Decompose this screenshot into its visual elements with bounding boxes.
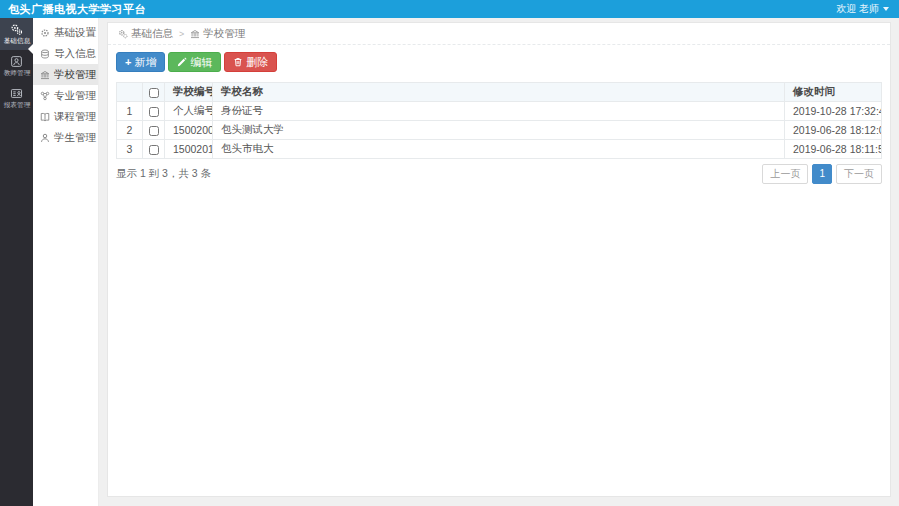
table-toolbar: + 新增 编辑 删除 <box>108 45 890 80</box>
submenu-item-basic-settings[interactable]: 基础设置 <box>33 22 98 43</box>
row-checkbox[interactable] <box>149 107 159 117</box>
select-all-checkbox[interactable] <box>149 88 159 98</box>
student-icon <box>40 133 50 143</box>
row-checkbox-cell <box>143 140 165 159</box>
row-checkbox-cell <box>143 121 165 140</box>
school-name-cell: 包头市电大 <box>213 140 785 159</box>
school-icon <box>40 70 50 80</box>
submenu-item-label: 学生管理 <box>54 131 96 145</box>
row-checkbox[interactable] <box>149 126 159 136</box>
school-name-cell: 包头测试大学 <box>213 121 785 140</box>
pagination: 上一页 1 下一页 <box>758 164 882 184</box>
modified-time-cell: 2019-06-28 18:11:57 <box>785 140 882 159</box>
add-button[interactable]: + 新增 <box>116 52 165 72</box>
submenu-item-major-management[interactable]: 专业管理 <box>33 85 98 106</box>
header-school-code: 学校编号 <box>165 83 213 102</box>
submenu-item-student-management[interactable]: 学生管理 <box>33 127 98 148</box>
table-row[interactable]: 1 个人编号 身份证号 2019-10-28 17:32:48 <box>117 102 882 121</box>
report-icon <box>10 87 23 100</box>
table-header-row: 学校编号 学校名称 修改时间 <box>117 83 882 102</box>
main-sidebar: 基础信息 教师管理 报表管理 <box>0 18 33 506</box>
school-code-cell: 1500200 <box>165 121 213 140</box>
row-number: 3 <box>117 140 143 159</box>
school-code-cell: 1500201 <box>165 140 213 159</box>
school-icon <box>190 29 200 39</box>
table-row[interactable]: 2 1500200 包头测试大学 2019-06-28 18:12:04 <box>117 121 882 140</box>
breadcrumb-basic-info[interactable]: 基础信息 <box>131 27 173 41</box>
sidebar-item-label: 教师管理 <box>3 69 30 77</box>
chevron-down-icon <box>883 7 889 11</box>
sidebar-item-label: 报表管理 <box>3 101 30 109</box>
school-name-cell: 身份证号 <box>213 102 785 121</box>
edit-button-label: 编辑 <box>190 56 212 68</box>
app-title: 包头广播电视大学学习平台 <box>8 2 146 17</box>
sidebar-item-teachers[interactable]: 教师管理 <box>0 50 33 82</box>
app-window: 包头广播电视大学学习平台 欢迎 老师 基础信息 教师管理 <box>0 0 899 506</box>
row-number: 1 <box>117 102 143 121</box>
course-icon <box>40 112 50 122</box>
sidebar-item-reports[interactable]: 报表管理 <box>0 82 33 114</box>
add-button-label: 新增 <box>134 56 156 68</box>
edit-button[interactable]: 编辑 <box>168 52 221 72</box>
row-number: 2 <box>117 121 143 140</box>
submenu-item-import-info[interactable]: 导入信息 <box>33 43 98 64</box>
breadcrumb-school-management[interactable]: 学校管理 <box>203 27 245 41</box>
school-code-cell: 个人编号 <box>165 102 213 121</box>
submenu-item-course-management[interactable]: 课程管理 <box>33 106 98 127</box>
modified-time-cell: 2019-06-28 18:12:04 <box>785 121 882 140</box>
gears-icon <box>10 23 23 36</box>
submenu-item-label: 专业管理 <box>54 89 96 103</box>
top-header-bar: 包头广播电视大学学习平台 欢迎 老师 <box>0 0 899 18</box>
delete-button-label: 删除 <box>246 56 268 68</box>
gears-icon <box>118 29 128 39</box>
import-icon <box>40 49 50 59</box>
active-section-notch <box>28 44 33 54</box>
gear-icon <box>40 28 50 38</box>
secondary-sidebar: 基础设置 导入信息 学校管理 专业管理 <box>33 18 99 506</box>
content-area: 基础信息 > 学校管理 + 新增 <box>99 18 899 506</box>
submenu-item-label: 课程管理 <box>54 110 96 124</box>
submenu-item-label: 学校管理 <box>54 68 96 82</box>
modified-time-cell: 2019-10-28 17:32:48 <box>785 102 882 121</box>
header-modified-time: 修改时间 <box>785 83 882 102</box>
trash-icon <box>233 57 243 67</box>
delete-button[interactable]: 删除 <box>224 52 277 72</box>
record-count-summary: 显示 1 到 3，共 3 条 <box>116 167 211 181</box>
schools-table: 学校编号 学校名称 修改时间 1 个人编号 身份证号 2019-10-28 17… <box>116 82 882 159</box>
pencil-icon <box>177 57 187 67</box>
user-menu[interactable]: 欢迎 老师 <box>836 2 889 16</box>
breadcrumb: 基础信息 > 学校管理 <box>108 23 890 45</box>
school-management-panel: 基础信息 > 学校管理 + 新增 <box>107 22 891 497</box>
sidebar-item-label: 基础信息 <box>3 37 30 45</box>
breadcrumb-separator: > <box>179 29 184 39</box>
next-page-button[interactable]: 下一页 <box>836 164 882 184</box>
major-icon <box>40 91 50 101</box>
table-row[interactable]: 3 1500201 包头市电大 2019-06-28 18:11:57 <box>117 140 882 159</box>
header-row-number <box>117 83 143 102</box>
plus-icon: + <box>125 57 131 67</box>
submenu-item-label: 基础设置 <box>54 26 96 40</box>
row-checkbox-cell <box>143 102 165 121</box>
user-name: 欢迎 老师 <box>836 2 879 16</box>
submenu-item-label: 导入信息 <box>54 47 96 61</box>
header-school-name: 学校名称 <box>213 83 785 102</box>
previous-page-button[interactable]: 上一页 <box>762 164 808 184</box>
header-checkbox-cell <box>143 83 165 102</box>
teacher-icon <box>10 55 23 68</box>
page-1-button[interactable]: 1 <box>812 164 832 184</box>
table-footer: 显示 1 到 3，共 3 条 上一页 1 下一页 <box>116 164 882 184</box>
row-checkbox[interactable] <box>149 145 159 155</box>
submenu-item-school-management[interactable]: 学校管理 <box>33 64 98 85</box>
